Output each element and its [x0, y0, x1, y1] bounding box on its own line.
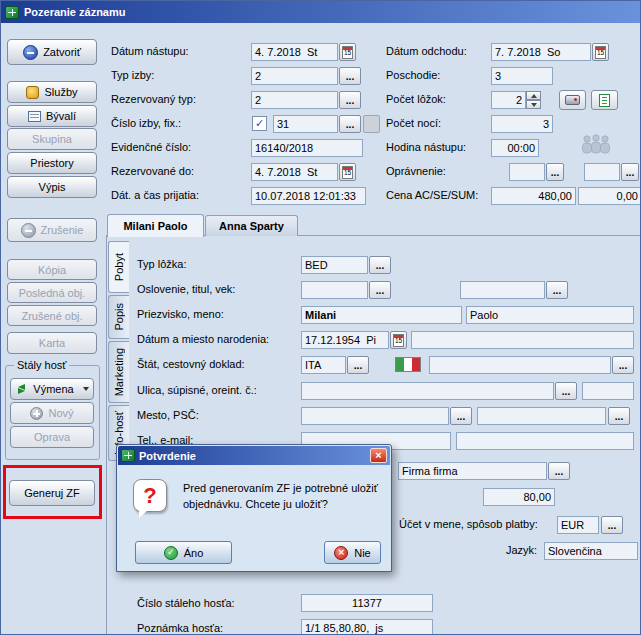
beds-count-field[interactable]: 2: [491, 91, 526, 109]
record-number-label: Evidenčné číslo:: [111, 141, 191, 153]
city-lookup-button[interactable]: ...: [450, 407, 472, 425]
record-number-field[interactable]: 16140/2018: [251, 139, 363, 157]
services-button[interactable]: Služby: [7, 81, 97, 103]
no-button-label: Nie: [354, 547, 371, 559]
reserved-until-field[interactable]: 4. 7.2018 St: [251, 163, 338, 181]
travel-document-field[interactable]: [429, 356, 611, 374]
birth-date-picker-button[interactable]: 15: [390, 331, 407, 349]
nights-count-field[interactable]: 3: [491, 115, 553, 133]
currency-field[interactable]: EUR: [557, 516, 599, 534]
vtab-marketing[interactable]: Marketing: [108, 341, 129, 403]
city-field[interactable]: [301, 407, 449, 425]
report-button[interactable]: Výpis: [7, 176, 97, 198]
former-guests-button[interactable]: Bývalí: [7, 105, 97, 127]
salutation-field[interactable]: [301, 281, 368, 299]
arrival-date-field[interactable]: 4. 7.2018 St: [251, 43, 338, 61]
dialog-icon: [121, 449, 135, 462]
received-datetime-field[interactable]: 10.07.2018 12:01:33: [251, 187, 366, 205]
no-button[interactable]: × Nie: [324, 541, 381, 564]
cancelled-orders-button[interactable]: Zrušené obj.: [7, 305, 97, 326]
language-label: Jazyk:: [506, 544, 537, 556]
authorization-field-1[interactable]: [509, 163, 545, 181]
travel-document-lookup-button[interactable]: ...: [612, 356, 634, 374]
spaces-button-label: Priestory: [30, 157, 73, 169]
tab-guest-2[interactable]: Anna Sparty: [205, 215, 298, 236]
reserved-type-lookup-button[interactable]: ...: [339, 91, 361, 109]
report-button-label: Výpis: [39, 181, 66, 193]
spinner-down-icon[interactable]: [526, 100, 541, 109]
floor-field[interactable]: 3: [491, 67, 553, 85]
repair-button-label: Oprava: [34, 431, 70, 443]
room-equipment-button[interactable]: [559, 90, 586, 110]
dialog-titlebar[interactable]: Potvrdenie ×: [118, 446, 390, 465]
arrival-hour-field[interactable]: 00:00: [491, 139, 539, 157]
guest-note-label: Poznámka hosťa:: [137, 622, 223, 634]
cancel-button[interactable]: Zrušenie: [7, 218, 97, 242]
last-order-button[interactable]: Posledná obj.: [7, 282, 97, 303]
tab-guest-1-label: Milani Paolo: [123, 220, 187, 232]
title-lookup-button[interactable]: ...: [546, 281, 568, 299]
tab-guest-1[interactable]: Milani Paolo: [107, 214, 204, 237]
spinner-up-icon[interactable]: [526, 91, 541, 100]
firstname-field[interactable]: Paolo: [466, 306, 634, 324]
country-lookup-button[interactable]: ...: [347, 356, 369, 374]
room-number-label: Číslo izby, fix.:: [111, 117, 181, 129]
vtab-popis[interactable]: Popis: [108, 295, 129, 339]
street-number-field[interactable]: [582, 382, 634, 400]
ellipsis-icon: ...: [608, 522, 616, 530]
price-field[interactable]: 480,00: [491, 187, 576, 205]
language-field[interactable]: Slovenčina: [544, 542, 638, 560]
room-extra-button[interactable]: [363, 115, 380, 133]
zip-field[interactable]: [477, 407, 606, 425]
title-field[interactable]: [460, 281, 545, 299]
surname-field[interactable]: Milani: [301, 306, 462, 324]
guest-note-field[interactable]: 1/1 85,80,80, js: [301, 619, 433, 635]
room-number-field[interactable]: 31: [273, 115, 338, 133]
bed-type-lookup-button[interactable]: ...: [369, 256, 391, 274]
authorization-lookup-button-2[interactable]: ...: [621, 163, 639, 181]
device-icon: [565, 95, 580, 105]
birth-date-field[interactable]: 17.12.1954 Pi: [301, 331, 389, 349]
currency-lookup-button[interactable]: ...: [601, 516, 623, 534]
exchange-button[interactable]: Výmena: [10, 378, 94, 400]
reserved-type-field[interactable]: 2: [251, 91, 338, 109]
arrival-date-picker-button[interactable]: 15: [339, 43, 356, 61]
dialog-close-button[interactable]: ×: [370, 448, 387, 463]
card-button[interactable]: Karta: [7, 332, 97, 354]
street-lookup-button[interactable]: ...: [555, 382, 577, 400]
room-fixed-checkbox[interactable]: ✓: [252, 116, 267, 131]
email-field[interactable]: [456, 432, 634, 450]
street-field[interactable]: [301, 382, 554, 400]
ellipsis-icon: ...: [626, 169, 634, 177]
group-button[interactable]: Skupina: [7, 128, 97, 150]
repair-button[interactable]: Oprava: [10, 426, 94, 448]
window-titlebar[interactable]: Pozeranie záznamu: [1, 1, 640, 23]
bed-type-field[interactable]: BED: [301, 256, 368, 274]
yes-button[interactable]: ✓ Áno: [135, 541, 232, 564]
zip-lookup-button[interactable]: ...: [608, 407, 630, 425]
company-field[interactable]: Firma firma: [398, 462, 547, 480]
spaces-button[interactable]: Priestory: [7, 152, 97, 174]
bed-list-button[interactable]: [591, 90, 618, 110]
birth-place-field[interactable]: [411, 331, 634, 349]
room-type-field[interactable]: 2: [251, 67, 338, 85]
country-field[interactable]: ITA: [301, 356, 346, 374]
amount-field[interactable]: 80,00: [483, 488, 555, 506]
authorization-lookup-button-1[interactable]: ...: [546, 163, 564, 181]
company-lookup-button[interactable]: ...: [548, 462, 570, 480]
close-button[interactable]: Zatvoriť: [7, 39, 97, 65]
departure-date-picker-button[interactable]: 15: [592, 43, 609, 61]
copy-button[interactable]: Kópia: [7, 259, 97, 280]
departure-date-field[interactable]: 7. 7.2018 So: [491, 43, 591, 61]
reserved-until-picker-button[interactable]: 15: [339, 163, 356, 181]
salutation-lookup-button[interactable]: ...: [369, 281, 391, 299]
ellipsis-icon: ...: [555, 468, 563, 476]
authorization-field-2[interactable]: [584, 163, 620, 181]
new-button[interactable]: Nový: [10, 402, 94, 424]
price-field-2[interactable]: 0,00: [578, 187, 641, 205]
room-type-lookup-button[interactable]: ...: [339, 67, 361, 85]
beds-count-spinner[interactable]: [526, 91, 541, 109]
permanent-guest-number-field[interactable]: 11377: [301, 594, 433, 612]
room-number-lookup-button[interactable]: ...: [339, 115, 361, 133]
vtab-pobyt[interactable]: Pobyt: [108, 241, 129, 293]
